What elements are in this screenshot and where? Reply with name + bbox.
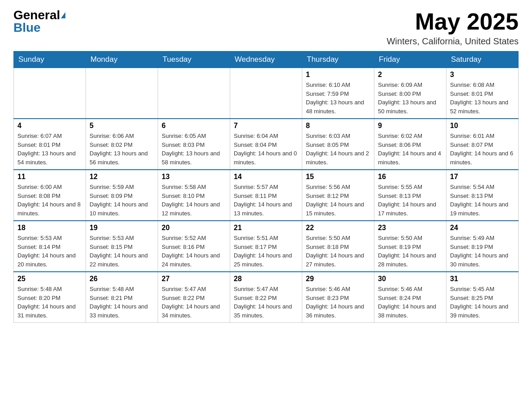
calendar-cell: 4Sunrise: 6:07 AM Sunset: 8:01 PM Daylig… <box>14 119 86 170</box>
calendar-cell: 27Sunrise: 5:47 AM Sunset: 8:22 PM Dayli… <box>158 272 230 323</box>
day-info: Sunrise: 5:58 AM Sunset: 8:10 PM Dayligh… <box>162 183 226 218</box>
calendar-cell: 2Sunrise: 6:09 AM Sunset: 8:00 PM Daylig… <box>374 68 446 119</box>
calendar-cell: 3Sunrise: 6:08 AM Sunset: 8:01 PM Daylig… <box>446 68 519 119</box>
calendar-cell: 23Sunrise: 5:50 AM Sunset: 8:19 PM Dayli… <box>374 221 446 272</box>
day-number: 30 <box>378 275 442 283</box>
day-number: 5 <box>90 122 154 130</box>
day-number: 7 <box>234 122 298 130</box>
location-subtitle: Winters, California, United States <box>386 36 519 47</box>
day-number: 23 <box>378 224 442 232</box>
day-number: 25 <box>17 275 82 283</box>
calendar-table: SundayMondayTuesdayWednesdayThursdayFrid… <box>13 51 519 323</box>
day-number: 18 <box>17 224 82 232</box>
day-number: 11 <box>17 173 82 181</box>
calendar-cell: 28Sunrise: 5:47 AM Sunset: 8:22 PM Dayli… <box>230 272 302 323</box>
day-number: 31 <box>450 275 515 283</box>
calendar-cell: 19Sunrise: 5:53 AM Sunset: 8:15 PM Dayli… <box>86 221 158 272</box>
day-number: 10 <box>450 122 515 130</box>
weekday-header-thursday: Thursday <box>302 51 374 68</box>
calendar-cell: 24Sunrise: 5:49 AM Sunset: 8:19 PM Dayli… <box>446 221 519 272</box>
day-info: Sunrise: 6:03 AM Sunset: 8:05 PM Dayligh… <box>306 132 370 167</box>
calendar-cell: 15Sunrise: 5:56 AM Sunset: 8:12 PM Dayli… <box>302 170 374 221</box>
calendar-week-row: 11Sunrise: 6:00 AM Sunset: 8:08 PM Dayli… <box>14 170 519 221</box>
calendar-cell <box>158 68 230 119</box>
day-number: 1 <box>306 71 370 79</box>
day-info: Sunrise: 5:51 AM Sunset: 8:17 PM Dayligh… <box>234 234 298 269</box>
logo: General Blue <box>13 9 65 34</box>
day-info: Sunrise: 5:47 AM Sunset: 8:22 PM Dayligh… <box>234 285 298 320</box>
calendar-cell: 11Sunrise: 6:00 AM Sunset: 8:08 PM Dayli… <box>14 170 86 221</box>
calendar-cell: 12Sunrise: 5:59 AM Sunset: 8:09 PM Dayli… <box>86 170 158 221</box>
weekday-header-monday: Monday <box>86 51 158 68</box>
weekday-header-saturday: Saturday <box>446 51 519 68</box>
day-info: Sunrise: 5:56 AM Sunset: 8:12 PM Dayligh… <box>306 183 370 218</box>
day-info: Sunrise: 6:00 AM Sunset: 8:08 PM Dayligh… <box>17 183 82 218</box>
day-number: 2 <box>378 71 442 79</box>
day-number: 19 <box>90 224 154 232</box>
day-info: Sunrise: 6:02 AM Sunset: 8:06 PM Dayligh… <box>378 132 442 167</box>
day-number: 21 <box>234 224 298 232</box>
day-info: Sunrise: 5:59 AM Sunset: 8:09 PM Dayligh… <box>90 183 154 218</box>
calendar-cell: 21Sunrise: 5:51 AM Sunset: 8:17 PM Dayli… <box>230 221 302 272</box>
day-number: 22 <box>306 224 370 232</box>
calendar-cell: 8Sunrise: 6:03 AM Sunset: 8:05 PM Daylig… <box>302 119 374 170</box>
page-header: General Blue May 2025 Winters, Californi… <box>13 9 519 47</box>
day-info: Sunrise: 5:50 AM Sunset: 8:19 PM Dayligh… <box>378 234 442 269</box>
calendar-cell: 13Sunrise: 5:58 AM Sunset: 8:10 PM Dayli… <box>158 170 230 221</box>
day-info: Sunrise: 5:48 AM Sunset: 8:21 PM Dayligh… <box>90 285 154 320</box>
day-number: 3 <box>450 71 515 79</box>
logo-general-text: General <box>13 9 60 21</box>
logo-triangle-icon <box>61 12 65 18</box>
day-info: Sunrise: 5:53 AM Sunset: 8:15 PM Dayligh… <box>90 234 154 269</box>
calendar-cell: 10Sunrise: 6:01 AM Sunset: 8:07 PM Dayli… <box>446 119 519 170</box>
calendar-cell: 5Sunrise: 6:06 AM Sunset: 8:02 PM Daylig… <box>86 119 158 170</box>
day-info: Sunrise: 5:54 AM Sunset: 8:13 PM Dayligh… <box>450 183 515 218</box>
calendar-cell: 25Sunrise: 5:48 AM Sunset: 8:20 PM Dayli… <box>14 272 86 323</box>
calendar-cell <box>230 68 302 119</box>
day-info: Sunrise: 5:50 AM Sunset: 8:18 PM Dayligh… <box>306 234 370 269</box>
day-info: Sunrise: 6:09 AM Sunset: 8:00 PM Dayligh… <box>378 81 442 116</box>
calendar-cell: 16Sunrise: 5:55 AM Sunset: 8:13 PM Dayli… <box>374 170 446 221</box>
day-info: Sunrise: 5:47 AM Sunset: 8:22 PM Dayligh… <box>162 285 226 320</box>
calendar-cell: 20Sunrise: 5:52 AM Sunset: 8:16 PM Dayli… <box>158 221 230 272</box>
day-info: Sunrise: 5:52 AM Sunset: 8:16 PM Dayligh… <box>162 234 226 269</box>
calendar-week-row: 25Sunrise: 5:48 AM Sunset: 8:20 PM Dayli… <box>14 272 519 323</box>
day-number: 29 <box>306 275 370 283</box>
calendar-cell: 30Sunrise: 5:46 AM Sunset: 8:24 PM Dayli… <box>374 272 446 323</box>
calendar-cell: 7Sunrise: 6:04 AM Sunset: 8:04 PM Daylig… <box>230 119 302 170</box>
day-number: 17 <box>450 173 515 181</box>
calendar-cell <box>14 68 86 119</box>
weekday-header-friday: Friday <box>374 51 446 68</box>
day-number: 8 <box>306 122 370 130</box>
day-info: Sunrise: 5:55 AM Sunset: 8:13 PM Dayligh… <box>378 183 442 218</box>
calendar-cell: 29Sunrise: 5:46 AM Sunset: 8:23 PM Dayli… <box>302 272 374 323</box>
weekday-header-wednesday: Wednesday <box>230 51 302 68</box>
day-info: Sunrise: 5:48 AM Sunset: 8:20 PM Dayligh… <box>17 285 82 320</box>
logo-blue-text: Blue <box>13 21 41 34</box>
calendar-week-row: 4Sunrise: 6:07 AM Sunset: 8:01 PM Daylig… <box>14 119 519 170</box>
day-number: 9 <box>378 122 442 130</box>
day-info: Sunrise: 6:05 AM Sunset: 8:03 PM Dayligh… <box>162 132 226 167</box>
day-number: 16 <box>378 173 442 181</box>
day-info: Sunrise: 6:06 AM Sunset: 8:02 PM Dayligh… <box>90 132 154 167</box>
day-number: 14 <box>234 173 298 181</box>
day-number: 24 <box>450 224 515 232</box>
title-area: May 2025 Winters, California, United Sta… <box>386 9 519 47</box>
day-info: Sunrise: 6:10 AM Sunset: 7:59 PM Dayligh… <box>306 81 370 116</box>
day-info: Sunrise: 6:01 AM Sunset: 8:07 PM Dayligh… <box>450 132 515 167</box>
day-number: 13 <box>162 173 226 181</box>
calendar-cell: 1Sunrise: 6:10 AM Sunset: 7:59 PM Daylig… <box>302 68 374 119</box>
day-info: Sunrise: 6:08 AM Sunset: 8:01 PM Dayligh… <box>450 81 515 116</box>
day-number: 12 <box>90 173 154 181</box>
calendar-cell: 26Sunrise: 5:48 AM Sunset: 8:21 PM Dayli… <box>86 272 158 323</box>
calendar-cell: 9Sunrise: 6:02 AM Sunset: 8:06 PM Daylig… <box>374 119 446 170</box>
day-number: 20 <box>162 224 226 232</box>
calendar-cell: 22Sunrise: 5:50 AM Sunset: 8:18 PM Dayli… <box>302 221 374 272</box>
calendar-cell: 18Sunrise: 5:53 AM Sunset: 8:14 PM Dayli… <box>14 221 86 272</box>
day-number: 6 <box>162 122 226 130</box>
day-number: 27 <box>162 275 226 283</box>
weekday-header-sunday: Sunday <box>14 51 86 68</box>
weekday-header-tuesday: Tuesday <box>158 51 230 68</box>
calendar-cell: 14Sunrise: 5:57 AM Sunset: 8:11 PM Dayli… <box>230 170 302 221</box>
day-info: Sunrise: 5:46 AM Sunset: 8:23 PM Dayligh… <box>306 285 370 320</box>
